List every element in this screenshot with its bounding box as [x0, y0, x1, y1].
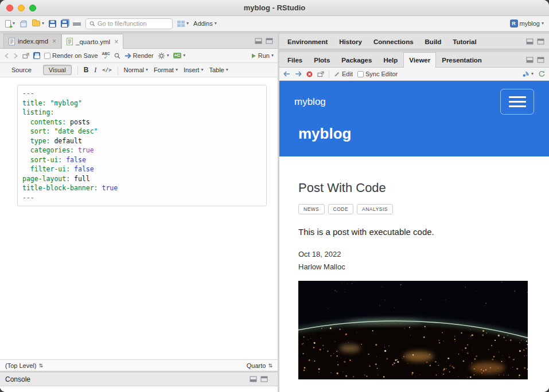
save-doc-button[interactable] [33, 52, 40, 59]
minimize-window-button[interactable] [18, 5, 25, 11]
refresh-button[interactable] [538, 70, 545, 77]
tab-label: Connections [373, 38, 414, 45]
hamburger-menu-button[interactable] [500, 89, 534, 115]
insert-dropdown[interactable]: Insert▾ [184, 66, 204, 73]
tab-label: Help [383, 57, 398, 64]
open-file-button[interactable]: ▾ [32, 21, 44, 26]
project-menu-button[interactable]: R myblog ▾ [510, 19, 544, 28]
publish-button[interactable]: ▾ [522, 71, 534, 77]
close-tab-icon[interactable]: × [114, 38, 118, 45]
caret-down-icon: ▾ [167, 53, 169, 58]
caret-down-icon: ▾ [42, 21, 44, 26]
yaml-block[interactable]: ---title: "myblog"listing: contents: pos… [17, 85, 267, 206]
run-button[interactable]: Run ▾ [251, 52, 274, 59]
minimize-pane-button[interactable] [526, 38, 534, 45]
maximize-pane-button[interactable] [266, 38, 273, 44]
post-description: This is a post with executable code. [298, 227, 530, 237]
addins-button[interactable]: Addins ▾ [193, 20, 217, 27]
editor-body[interactable]: ---title: "myblog"listing: contents: pos… [0, 77, 278, 359]
tab-history[interactable]: History [333, 34, 368, 49]
new-file-button[interactable]: + ▾ [5, 20, 15, 28]
viewer-back-button[interactable] [283, 71, 290, 77]
caret-down-icon: ▾ [271, 53, 274, 58]
panes-button[interactable]: ▾ [177, 21, 189, 27]
popout-icon [22, 53, 29, 59]
maximize-pane-button[interactable] [260, 376, 268, 382]
forward-button[interactable] [13, 53, 18, 59]
edit-button[interactable]: Edit [334, 70, 353, 77]
zoom-window-button[interactable] [29, 5, 36, 11]
scope-selector[interactable]: (Top Level) ⇅ [5, 362, 43, 369]
table-dropdown[interactable]: Table▾ [209, 66, 228, 73]
print-icon [73, 21, 81, 27]
goto-file-search[interactable] [85, 18, 173, 29]
close-window-button[interactable] [6, 5, 13, 11]
tab-quarto-yml[interactable]: _quarto.yml × [61, 34, 123, 49]
separator [118, 66, 118, 75]
table-label: Table [209, 66, 224, 73]
viewer-popout-button[interactable] [317, 71, 324, 77]
bold-button[interactable]: B [84, 66, 89, 74]
find-replace-button[interactable] [114, 53, 120, 59]
tab-environment[interactable]: Environment [282, 34, 333, 49]
tab-plots[interactable]: Plots [308, 52, 336, 67]
minimize-pane-button[interactable] [255, 38, 262, 44]
mode-selector[interactable]: Quarto ⇅ [247, 362, 272, 369]
visual-mode-label: Visual [49, 66, 66, 73]
tab-files[interactable]: Files [282, 52, 308, 67]
tab-presentation[interactable]: Presentation [436, 52, 488, 67]
tab-packages[interactable]: Packages [336, 52, 377, 67]
caret-down-icon: ▾ [183, 53, 185, 58]
insert-chunk-button[interactable]: +C ▾ [173, 53, 185, 58]
tab-build[interactable]: Build [419, 34, 447, 49]
maximize-pane-button[interactable] [537, 57, 544, 63]
close-tab-icon[interactable]: × [52, 38, 56, 45]
code-button[interactable]: </> [102, 67, 111, 73]
format-dropdown[interactable]: Format▾ [154, 66, 178, 73]
edit-label: Edit [342, 70, 353, 77]
caret-down-icon: ▾ [226, 68, 228, 72]
render-options-button[interactable]: ▾ [158, 52, 169, 60]
hamburger-bar [509, 101, 526, 103]
render-on-save-checkbox[interactable]: Render on Save [44, 52, 98, 59]
visual-mode-button[interactable]: Visual [43, 65, 72, 75]
print-button[interactable] [73, 21, 81, 27]
category-pill[interactable]: ANALYSIS [357, 204, 393, 214]
console-header: Console [0, 373, 278, 386]
save-button[interactable] [49, 20, 56, 28]
viewer-forward-button[interactable] [295, 71, 302, 77]
source-pane: index.qmd × _quarto.yml × [0, 34, 278, 371]
minimize-pane-button[interactable] [526, 57, 534, 63]
save-all-button[interactable] [61, 20, 68, 28]
new-project-button[interactable] [20, 20, 28, 28]
maximize-pane-button[interactable] [537, 38, 544, 45]
popout-button[interactable] [22, 53, 29, 59]
italic-button[interactable]: I [94, 66, 96, 75]
paragraph-style-dropdown[interactable]: Normal▾ [124, 66, 148, 73]
spellcheck-button[interactable]: ABC✓ [102, 52, 110, 60]
source-mode-button[interactable]: Source [6, 65, 37, 75]
category-pill[interactable]: CODE [328, 204, 354, 214]
render-button[interactable]: Render [124, 52, 154, 59]
console-body[interactable] [0, 386, 278, 392]
sync-editor-checkbox[interactable]: Sync Editor [357, 70, 398, 77]
category-pill[interactable]: NEWS [298, 204, 325, 214]
tab-index-qmd[interactable]: index.qmd × [3, 34, 61, 48]
viewer-stop-button[interactable] [306, 71, 313, 77]
tab-tutorial[interactable]: Tutorial [447, 34, 482, 49]
tab-connections[interactable]: Connections [368, 34, 419, 49]
tab-help[interactable]: Help [377, 52, 403, 67]
qmd-file-icon [9, 38, 15, 45]
blog-navbar-title[interactable]: myblog [294, 96, 326, 108]
files-tabbar: Files Plots Packages Help Viewer Present… [279, 52, 549, 68]
back-button[interactable] [4, 53, 9, 59]
source-tabbar: index.qmd × _quarto.yml × [0, 34, 278, 49]
stop-icon [306, 71, 313, 77]
format-label: Format [154, 66, 174, 73]
tab-viewer[interactable]: Viewer [403, 52, 436, 68]
goto-file-input[interactable] [98, 20, 169, 27]
minimize-pane-button[interactable] [250, 376, 257, 382]
viewer-content: myblog myblog Post With Code NEW [279, 81, 549, 392]
refresh-icon [538, 70, 545, 77]
save-icon [49, 20, 56, 28]
